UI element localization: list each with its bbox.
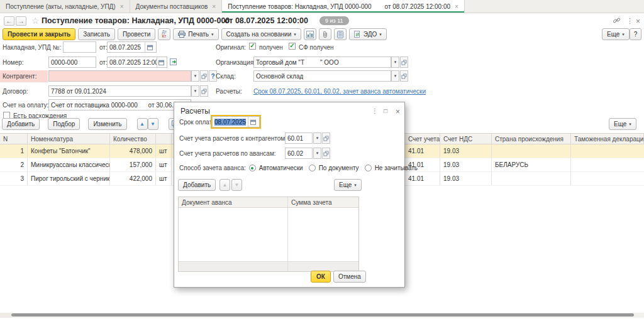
organization-open-button[interactable] xyxy=(400,57,408,68)
counterparty-label: Контрагент: xyxy=(3,73,36,80)
warehouse-input[interactable]: Основной склад xyxy=(253,70,391,82)
dialog-menu-icon[interactable]: ⋮ xyxy=(372,107,378,114)
radio-automatic[interactable] xyxy=(249,165,256,171)
advance-documents-table: Документ аванса Сумма зачета xyxy=(178,197,359,272)
dialog-add-button[interactable]: Добавить xyxy=(178,179,216,191)
column-header-unit[interactable] xyxy=(156,134,172,144)
tab-label: Поступление (акты, накладные, УПД) xyxy=(6,3,116,10)
app-window: Поступление (акты, накладные, УПД) × Док… xyxy=(0,0,644,319)
due-date-input[interactable]: 08.07.2025 xyxy=(212,116,260,127)
original-received-label: получен xyxy=(259,44,283,51)
radio-by-document[interactable] xyxy=(309,165,316,171)
forward-button[interactable]: → xyxy=(16,16,26,26)
move-down-button[interactable]: ▼ xyxy=(148,118,158,130)
tab-close-icon[interactable]: × xyxy=(455,3,458,10)
add-row-button[interactable]: Добавить xyxy=(2,118,40,130)
dialog-maximize-icon[interactable]: □ xyxy=(384,107,387,114)
column-header-customs[interactable]: Таможенная декларация xyxy=(571,134,644,144)
get-link-icon[interactable] xyxy=(613,16,621,24)
window-menu-icon[interactable]: ⋮ xyxy=(626,17,633,25)
cancel-button[interactable]: Отмена xyxy=(333,271,366,283)
invoice-number-input[interactable] xyxy=(63,41,96,53)
settlements-dialog: Расчеты ⋮ □ × Срок оплаты: 08.07.2025 Сч… xyxy=(174,102,405,288)
notebook-icon xyxy=(337,31,343,38)
reports-button[interactable] xyxy=(304,28,316,40)
set-current-date-icon[interactable] xyxy=(170,58,178,66)
horizontal-scrollbar[interactable] xyxy=(11,313,644,318)
column-header-account[interactable]: Счет учета xyxy=(405,134,440,144)
column-header-n[interactable]: N xyxy=(0,134,28,144)
contract-input[interactable]: 7788 от 09.01.2024 xyxy=(48,85,191,97)
create-based-on-button[interactable]: Создать на основании▾ xyxy=(221,28,301,40)
table-more-button[interactable]: Еще▾ xyxy=(609,118,636,130)
invoice-number-label: Накладная, УПД №: xyxy=(3,44,61,51)
ok-button[interactable]: ОК xyxy=(311,271,331,283)
radio-no-offset[interactable] xyxy=(365,165,372,171)
warehouse-dropdown-button[interactable]: ▾ xyxy=(391,70,399,82)
payment-invoice-label: Счет на оплату: xyxy=(3,102,48,109)
invoice-date-input[interactable]: 08.07.2025 xyxy=(107,41,157,53)
scrollbar-handle[interactable] xyxy=(11,313,634,316)
contract-open-button[interactable] xyxy=(200,85,208,97)
counterparty-dropdown-button[interactable]: ▾ xyxy=(191,70,199,82)
calendar-icon[interactable] xyxy=(157,57,165,67)
post-button[interactable]: Провести xyxy=(118,28,155,40)
organization-input[interactable]: Торговый дом "Т " ООО xyxy=(253,57,391,68)
print-button[interactable]: Печать▾ xyxy=(173,28,218,40)
column-header-qty[interactable]: Количество xyxy=(110,134,156,144)
help-button[interactable]: ? xyxy=(630,28,641,40)
payment-invoice-input[interactable]: Счет от поставщика 0000-000 от 30.06.202… xyxy=(48,99,191,111)
settlement-account-dropdown-button[interactable]: ▾ xyxy=(313,132,321,144)
toolbar-more-button[interactable]: Еще▾ xyxy=(602,28,630,40)
advance-account-open-button[interactable] xyxy=(322,148,330,159)
dialog-close-icon[interactable]: × xyxy=(396,107,400,116)
counterparty-open-button[interactable] xyxy=(200,70,208,82)
contract-dropdown-button[interactable]: ▾ xyxy=(191,85,199,97)
column-header-country[interactable]: Страна происхождения xyxy=(492,134,571,144)
tab-close-icon[interactable]: × xyxy=(120,3,124,10)
advance-table-body[interactable] xyxy=(179,208,358,261)
back-button[interactable]: ← xyxy=(4,16,14,26)
tab-receipts-list[interactable]: Поступление (акты, накладные, УПД) × xyxy=(0,0,130,13)
tab-supplier-documents[interactable]: Документы поставщиков × xyxy=(130,0,223,13)
tab-close-icon[interactable]: × xyxy=(212,3,216,10)
tab-current-document[interactable]: Поступление товаров: Накладная, УПД 0000… xyxy=(222,0,465,13)
advance-account-dropdown-button[interactable]: ▾ xyxy=(313,148,321,159)
tab-label-date: от 08.07.2025 12:00:00 xyxy=(385,3,450,10)
window-close-icon[interactable]: × xyxy=(636,17,640,26)
number-datetime-input[interactable]: 08.07.2025 12:00:00 xyxy=(107,57,167,68)
number-input[interactable]: 0000-000 xyxy=(48,57,96,68)
warehouse-open-button[interactable] xyxy=(400,70,408,82)
dialog-move-up-button[interactable]: ▲ xyxy=(219,179,230,191)
calendar-icon[interactable] xyxy=(145,42,154,52)
notes-button[interactable] xyxy=(334,28,347,40)
settlements-link[interactable]: Срок 08.07.2025, 60.01, 60.02, зачет ава… xyxy=(253,88,426,95)
column-header-vat[interactable]: Счет НДС xyxy=(440,134,492,144)
dialog-title: Расчеты xyxy=(180,107,210,116)
original-received-checkbox[interactable]: ✓ xyxy=(249,43,256,50)
dialog-move-down-button[interactable]: ▼ xyxy=(231,179,242,191)
number-label: Номер: xyxy=(3,59,24,66)
paperclip-icon xyxy=(322,31,328,38)
counterparty-input[interactable] xyxy=(48,70,191,82)
dialog-more-button[interactable]: Еще▾ xyxy=(334,179,362,191)
edo-button[interactable]: ЭДО▾ xyxy=(349,28,387,40)
favorite-star-icon[interactable]: ☆ xyxy=(31,16,40,26)
settlement-account-input[interactable]: 60.01 xyxy=(285,132,313,144)
settlement-account-open-button[interactable] xyxy=(322,132,330,144)
sf-received-checkbox[interactable]: ✓ xyxy=(289,43,296,50)
dt-kt-postings-button[interactable]: Дт Кт xyxy=(158,28,170,40)
settlements-label: Расчеты: xyxy=(216,88,242,95)
move-up-button[interactable]: ▲ xyxy=(137,118,148,130)
column-header-offset-sum[interactable]: Сумма зачета xyxy=(288,197,358,207)
attachments-button[interactable] xyxy=(319,28,331,40)
advance-account-input[interactable]: 60.02 xyxy=(285,148,313,159)
save-button[interactable]: Записать xyxy=(78,28,115,40)
calendar-icon[interactable] xyxy=(248,117,257,127)
column-header-item[interactable]: Номенклатура xyxy=(28,134,110,144)
post-and-close-button[interactable]: Провести и закрыть xyxy=(3,28,75,40)
edit-button[interactable]: Изменить xyxy=(88,118,126,130)
column-header-advance-doc[interactable]: Документ аванса xyxy=(179,197,288,207)
organization-dropdown-button[interactable]: ▾ xyxy=(391,57,399,68)
pick-button[interactable]: Подбор xyxy=(48,118,80,130)
